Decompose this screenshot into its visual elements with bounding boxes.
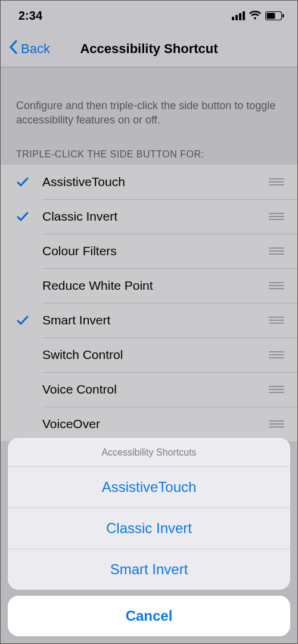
action-sheet-title: Accessibility Shortcuts bbox=[8, 438, 290, 467]
cell-signal-icon bbox=[232, 11, 245, 20]
svg-rect-2 bbox=[283, 14, 284, 17]
list-item[interactable]: Switch Control bbox=[1, 338, 297, 372]
list-item-label: Voice Control bbox=[42, 382, 269, 397]
list-item-label: Colour Filters bbox=[42, 244, 269, 258]
check-icon bbox=[16, 210, 42, 223]
reorder-grip-icon[interactable] bbox=[269, 282, 297, 289]
sheet-option-classic-invert[interactable]: Classic Invert bbox=[8, 508, 290, 549]
nav-bar: Back Accessibility Shortcut bbox=[1, 30, 297, 67]
reorder-grip-icon[interactable] bbox=[269, 178, 297, 185]
sheet-option-smart-invert[interactable]: Smart Invert bbox=[8, 549, 290, 590]
list-item[interactable]: Classic Invert bbox=[1, 199, 297, 234]
reorder-grip-icon[interactable] bbox=[269, 386, 297, 393]
back-label: Back bbox=[21, 41, 50, 57]
chevron-left-icon bbox=[9, 40, 18, 58]
wifi-icon bbox=[249, 11, 262, 20]
shortcut-list: AssistiveTouch Classic Invert Colour Fil… bbox=[1, 165, 297, 441]
reorder-grip-icon[interactable] bbox=[269, 213, 297, 220]
list-item[interactable]: Colour Filters bbox=[1, 234, 297, 268]
section-header: TRIPLE-CLICK THE SIDE BUTTON FOR: bbox=[1, 128, 297, 165]
status-right bbox=[232, 11, 284, 20]
svg-rect-1 bbox=[267, 13, 275, 18]
reorder-grip-icon[interactable] bbox=[269, 317, 297, 324]
list-item-label: Smart Invert bbox=[42, 313, 269, 327]
list-item-label: AssistiveTouch bbox=[42, 175, 269, 189]
description: Configure and then triple-click the side… bbox=[1, 67, 297, 128]
list-item[interactable]: AssistiveTouch bbox=[1, 165, 297, 199]
list-item[interactable]: Voice Control bbox=[1, 372, 297, 407]
list-item-label: VoiceOver bbox=[42, 417, 269, 431]
reorder-grip-icon[interactable] bbox=[269, 351, 297, 358]
list-item[interactable]: Smart Invert bbox=[1, 303, 297, 338]
back-button[interactable]: Back bbox=[1, 40, 50, 58]
sheet-option-assistivetouch[interactable]: AssistiveTouch bbox=[8, 467, 290, 508]
list-item-label: Switch Control bbox=[42, 348, 269, 362]
reorder-grip-icon[interactable] bbox=[269, 247, 297, 255]
list-item-label: Reduce White Point bbox=[42, 278, 269, 293]
status-bar: 2:34 bbox=[1, 1, 297, 30]
action-sheet-panel: Accessibility Shortcuts AssistiveTouch C… bbox=[8, 438, 290, 590]
list-item-label: Classic Invert bbox=[42, 209, 269, 224]
battery-icon bbox=[265, 11, 284, 20]
screen: 2:34 bbox=[1, 1, 297, 643]
check-icon bbox=[16, 175, 42, 188]
status-time: 2:34 bbox=[18, 9, 42, 23]
cancel-button[interactable]: Cancel bbox=[8, 596, 290, 636]
reorder-grip-icon[interactable] bbox=[269, 420, 297, 428]
list-item[interactable]: VoiceOver bbox=[1, 407, 297, 441]
action-sheet: Accessibility Shortcuts AssistiveTouch C… bbox=[1, 438, 297, 643]
check-icon bbox=[16, 314, 42, 327]
list-item[interactable]: Reduce White Point bbox=[1, 268, 297, 303]
